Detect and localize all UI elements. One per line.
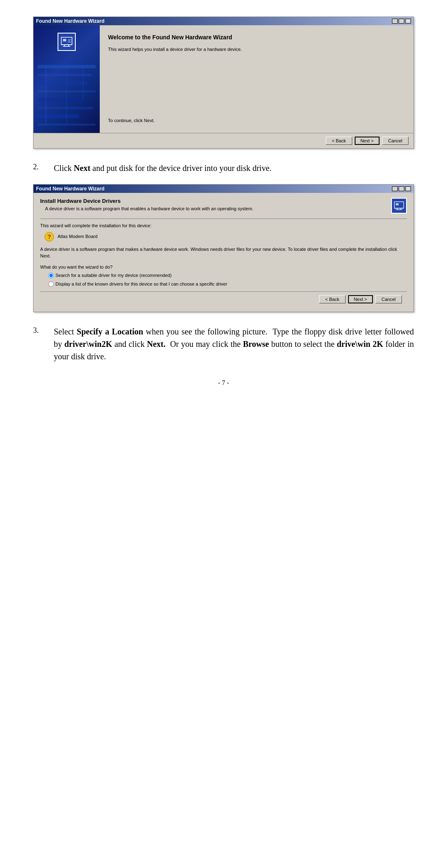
wizard-continue-text: To continue, click Next. bbox=[108, 118, 405, 123]
dialog2-header-title: Install Hardware Device Drivers bbox=[40, 198, 387, 204]
dialog1-footer: < Back Next > Cancel bbox=[34, 133, 413, 148]
dialog2-body: Install Hardware Device Drivers A device… bbox=[34, 193, 413, 312]
dialog2-back-button[interactable]: < Back bbox=[319, 295, 346, 303]
dialog2-hw-icon bbox=[391, 198, 407, 214]
minimize-button[interactable]: _ bbox=[392, 19, 398, 24]
dialog2-section1-text: This wizard will complete the installati… bbox=[40, 222, 407, 229]
dialog1-title: Found New Hardware Wizard bbox=[36, 18, 104, 24]
dialog1-back-button[interactable]: < Back bbox=[326, 137, 352, 145]
dialog2-close-button[interactable]: ✕ bbox=[405, 186, 411, 191]
step2-number: 2. bbox=[33, 162, 54, 171]
step3-specify-bold: Specify a Location bbox=[77, 327, 143, 336]
svg-text:?: ? bbox=[48, 233, 51, 240]
dialog1-titlebar: Found New Hardware Wizard _ □ ✕ bbox=[34, 17, 413, 25]
separator1 bbox=[40, 219, 407, 219]
page-content: Found New Hardware Wizard _ □ ✕ bbox=[33, 17, 414, 387]
device-name: Atlas Modem Board bbox=[58, 233, 98, 240]
dialog2-titlebar: Found New Hardware Wizard _ □ ✕ bbox=[34, 185, 413, 193]
dialog2-section3: What do you want the wizard to do? Searc… bbox=[40, 264, 407, 288]
dialog2-minimize-button[interactable]: _ bbox=[392, 186, 398, 191]
dialog2-option2-row: Display a list of the known drivers for … bbox=[48, 281, 407, 288]
svg-rect-21 bbox=[396, 203, 399, 205]
step3-block: 3. Select Specify a Location when you se… bbox=[33, 325, 414, 363]
dialog2-section2: A device driver is a software program th… bbox=[40, 246, 407, 260]
dialog2-section1: This wizard will complete the installati… bbox=[40, 222, 407, 242]
step3-drivewin-bold: drive\win 2K bbox=[337, 339, 383, 349]
dialog2-footer: < Back Next > Cancel bbox=[40, 291, 407, 307]
svg-rect-1 bbox=[63, 39, 66, 41]
dialog2-next-button[interactable]: Next > bbox=[348, 295, 373, 303]
wizard-sidebar-bg bbox=[34, 25, 100, 133]
question-icon: ? bbox=[44, 232, 54, 242]
wizard-sidebar bbox=[34, 25, 100, 133]
dialog1-next-button[interactable]: Next > bbox=[355, 137, 380, 145]
dialog1-window: Found New Hardware Wizard _ □ ✕ bbox=[33, 17, 414, 149]
dialog2-title: Found New Hardware Wizard bbox=[36, 186, 104, 192]
maximize-button[interactable]: □ bbox=[399, 19, 404, 24]
page-number: - 7 - bbox=[33, 379, 414, 387]
dialog2-header: Install Hardware Device Drivers A device… bbox=[40, 198, 407, 214]
step2-next-bold: Next bbox=[74, 164, 90, 173]
dialog2-window: Found New Hardware Wizard _ □ ✕ Install … bbox=[33, 184, 414, 312]
step2-text: Click Next and put disk for the device d… bbox=[54, 162, 272, 174]
step3-number: 3. bbox=[33, 325, 54, 335]
step3-text: Select Specify a Location when you see t… bbox=[54, 325, 414, 363]
svg-rect-20 bbox=[394, 202, 404, 208]
wizard-content-area: Welcome to the Found New Hardware Wizard… bbox=[100, 25, 413, 133]
step3-driver-bold: driver\win2K bbox=[64, 339, 112, 349]
dialog2-option2-label: Display a list of the known drivers for … bbox=[55, 281, 227, 288]
close-button[interactable]: ✕ bbox=[405, 19, 411, 24]
dialog2-cancel-button[interactable]: Cancel bbox=[375, 295, 402, 303]
dialog2-header-subtitle: A device driver is a software program th… bbox=[40, 206, 387, 212]
svg-rect-0 bbox=[61, 37, 72, 45]
dialog1-body: Welcome to the Found New Hardware Wizard… bbox=[34, 25, 413, 148]
dialog2-radio1[interactable] bbox=[48, 273, 54, 278]
dialog2-radio2[interactable] bbox=[48, 281, 54, 287]
hardware-icon-large bbox=[58, 33, 76, 51]
dialog2-header-icon bbox=[391, 198, 407, 214]
step2-block: 2. Click Next and put disk for the devic… bbox=[33, 162, 414, 174]
dialog1-cancel-button[interactable]: Cancel bbox=[382, 137, 409, 145]
wizard-welcome-layout: Welcome to the Found New Hardware Wizard… bbox=[34, 25, 413, 133]
dialog2-option1-row: Search for a suitable driver for my devi… bbox=[48, 272, 407, 279]
step3-browse-bold: Browse bbox=[243, 339, 269, 349]
wizard-welcome-description: This wizard helps you install a device d… bbox=[108, 46, 405, 53]
dialog2-option1-label: Search for a suitable driver for my devi… bbox=[55, 272, 172, 279]
dialog2-maximize-button[interactable]: □ bbox=[399, 186, 404, 191]
dialog2-header-text: Install Hardware Device Drivers A device… bbox=[40, 198, 387, 212]
dialog2-question: What do you want the wizard to do? bbox=[40, 264, 407, 271]
step3-next-bold: Next. bbox=[147, 339, 166, 349]
device-row: ? Atlas Modem Board bbox=[44, 232, 407, 242]
wizard-welcome-title: Welcome to the Found New Hardware Wizard bbox=[108, 34, 405, 42]
